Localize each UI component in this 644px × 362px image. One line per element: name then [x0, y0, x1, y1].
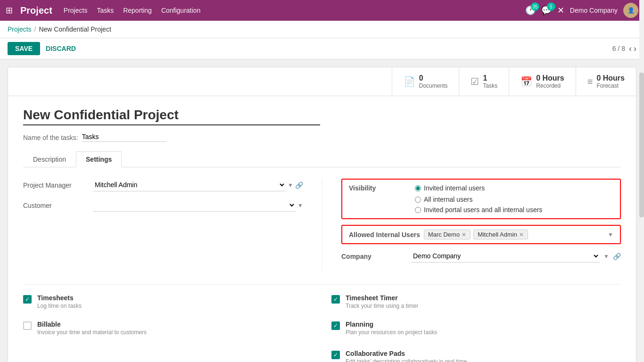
content-card: 📄 0 Documents ☑ 1 Tasks 📅 0 Hours Record… [8, 67, 636, 362]
nav-reporting[interactable]: Reporting [123, 7, 152, 14]
visibility-section: Visibility Invited internal users All in… [341, 179, 621, 219]
stat-documents-text: 0 Documents [419, 74, 448, 89]
timesheets-desc: Log time on tasks [37, 303, 82, 309]
visibility-invited-label: Invited internal users [424, 184, 485, 192]
visibility-portal[interactable]: Invited portal users and all internal us… [415, 206, 613, 214]
company-dropdown-icon: ▼ [603, 253, 609, 260]
timesheets-content: Timesheets Log time on tasks [37, 294, 82, 309]
grid-menu-icon[interactable]: ⊞ [6, 5, 13, 16]
timer-title: Timesheet Timer [346, 294, 418, 302]
scrollbar-thumb[interactable] [639, 73, 644, 217]
project-manager-row: Project Manager Mitchell Admin ▼ 🔗 [23, 179, 303, 191]
stat-hours-recorded[interactable]: 📅 0 Hours Recorded [509, 67, 576, 96]
checkboxes-grid-2: ✓ Collaborative Pads Edit tasks' descrip… [23, 340, 621, 362]
stat-tasks[interactable]: ☑ 1 Tasks [459, 67, 509, 96]
collab-title-2: Collaborative Pads [346, 350, 468, 357]
stat-hours-forecast-text: 0 Hours Forecast [596, 74, 625, 89]
nav-projects[interactable]: Projects [64, 7, 88, 14]
planning-checkbox[interactable]: ✓ [331, 321, 340, 330]
planning-title: Planning [346, 321, 437, 328]
stat-hours-recorded-text: 0 Hours Recorded [536, 74, 564, 89]
timesheets-checkbox[interactable]: ✓ [23, 295, 32, 304]
company-select[interactable]: Demo Company [411, 250, 600, 263]
pager-prev[interactable]: ‹ [629, 44, 632, 54]
billable-desc: Invoice your time and material to custom… [37, 329, 147, 336]
stat-tasks-text: 1 Tasks [483, 74, 497, 89]
tag-marc-demo-label: Marc Demo [428, 231, 460, 238]
app-title: Project [20, 5, 52, 16]
close-icon[interactable]: ✕ [557, 5, 564, 16]
project-manager-external-link[interactable]: 🔗 [295, 181, 303, 189]
hours-forecast-label: Forecast [596, 82, 625, 89]
task-name-label: Name of the tasks: [23, 134, 78, 141]
tab-description[interactable]: Description [23, 151, 76, 167]
documents-count: 0 [419, 74, 448, 82]
topnav-right: 🕐 35 💬 5 ✕ Demo Company 👤 [525, 3, 638, 18]
customer-row: Customer ▼ [23, 199, 303, 212]
scrollbar-track [639, 0, 644, 362]
visibility-invited-internal[interactable]: Invited internal users [415, 184, 485, 192]
messages-badge: 5 [547, 2, 555, 11]
project-name-input[interactable] [23, 107, 320, 125]
discard-button[interactable]: DISCARD [46, 45, 76, 52]
planning-content: Planning Plan your resources on project … [346, 321, 437, 336]
tag-mitchell-admin: Mitchell Admin ✕ [473, 230, 528, 239]
save-button[interactable]: SAVE [8, 42, 40, 55]
form-area: Name of the tasks: Description Settings … [8, 96, 636, 362]
breadcrumb-parent[interactable]: Projects [8, 25, 32, 33]
tag-mitchell-admin-label: Mitchell Admin [478, 231, 517, 238]
top-navigation: ⊞ Project Projects Tasks Reporting Confi… [0, 0, 644, 21]
hours-recorded-count: 0 Hours [536, 74, 564, 82]
tasks-label: Tasks [483, 82, 497, 89]
project-manager-select[interactable]: Mitchell Admin [93, 179, 286, 191]
billable-checkbox[interactable] [23, 321, 32, 330]
pager-text: 6 / 8 [612, 45, 625, 52]
company-external-link[interactable]: 🔗 [613, 253, 621, 260]
checkbox-billable: Billable Invoice your time and material … [23, 321, 313, 336]
collab-checkbox-2[interactable]: ✓ [331, 351, 340, 359]
visibility-radio-all[interactable] [415, 197, 421, 203]
customer-dropdown-icon: ▼ [297, 202, 303, 209]
customer-input-wrap: ▼ [93, 199, 303, 212]
tab-settings[interactable]: Settings [76, 151, 122, 167]
visibility-header: Visibility Invited internal users [349, 184, 613, 192]
stat-hours-forecast[interactable]: ≡ 0 Hours Forecast [576, 67, 636, 96]
visibility-all-internal[interactable]: All internal users [415, 196, 613, 203]
activity-badge: 35 [531, 2, 539, 11]
documents-icon: 📄 [404, 76, 415, 87]
messages-button[interactable]: 💬 5 [541, 5, 552, 16]
customer-select[interactable] [93, 199, 296, 212]
task-name-input[interactable] [82, 133, 167, 142]
tag-marc-demo-remove[interactable]: ✕ [462, 231, 466, 238]
visibility-label: Visibility [349, 184, 415, 192]
company-name: Demo Company [570, 7, 618, 14]
planning-desc: Plan your resources on project tasks [346, 329, 437, 336]
settings-left: Project Manager Mitchell Admin ▼ 🔗 Custo… [23, 179, 322, 270]
timer-desc: Track your time using a timer [346, 303, 418, 309]
tag-mitchell-admin-remove[interactable]: ✕ [519, 231, 524, 238]
timer-checkbox[interactable]: ✓ [331, 295, 340, 304]
company-label: Company [341, 253, 407, 260]
activity-button[interactable]: 🕐 35 [525, 5, 536, 16]
project-manager-input-wrap: Mitchell Admin ▼ 🔗 [93, 179, 303, 191]
pager-next[interactable]: › [634, 44, 636, 54]
nav-links: Projects Tasks Reporting Configuration [64, 7, 518, 14]
nav-configuration[interactable]: Configuration [161, 7, 200, 14]
nav-tasks[interactable]: Tasks [97, 7, 114, 14]
visibility-radio-invited[interactable] [415, 185, 421, 191]
checkbox-collab-2: ✓ Collaborative Pads Edit tasks' descrip… [331, 350, 621, 362]
checkbox-timer: ✓ Timesheet Timer Track your time using … [331, 294, 621, 309]
action-bar: SAVE DISCARD 6 / 8 ‹ › [0, 38, 644, 59]
main-content: 📄 0 Documents ☑ 1 Tasks 📅 0 Hours Record… [0, 59, 644, 362]
tag-marc-demo: Marc Demo ✕ [424, 230, 471, 239]
visibility-portal-label: Invited portal users and all internal us… [424, 206, 542, 214]
visibility-all-label: All internal users [424, 196, 473, 203]
visibility-radio-portal[interactable] [415, 207, 421, 213]
customer-label: Customer [23, 202, 89, 209]
breadcrumb-current: New Confidential Project [39, 25, 111, 33]
settings-tabs: Description Settings [23, 151, 621, 167]
stat-documents[interactable]: 📄 0 Documents [392, 67, 459, 96]
user-avatar[interactable]: 👤 [623, 3, 638, 18]
stats-row: 📄 0 Documents ☑ 1 Tasks 📅 0 Hours Record… [8, 67, 636, 96]
allowed-users-dropdown[interactable]: ▼ [608, 231, 613, 238]
